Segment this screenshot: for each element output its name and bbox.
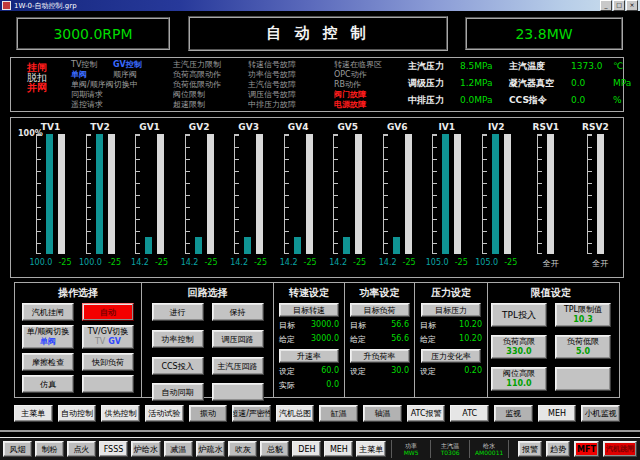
operation-select-panel: 操作选择 汽机挂闸 自动 单/顺阀切换 单阀 TV/GV切换 TVGV 摩擦检查… — [15, 283, 142, 397]
taskbar-sootblow[interactable]: 吹灰 — [228, 441, 257, 457]
valve-bar-slot — [244, 134, 251, 254]
run-button[interactable]: 进行 — [152, 303, 204, 321]
mft-button[interactable]: MFT — [574, 441, 599, 457]
blank-button[interactable] — [555, 367, 611, 391]
reference-bar — [207, 134, 214, 254]
load-rate-button[interactable]: 升负荷率 — [350, 349, 410, 363]
turbine-trip-button[interactable]: 汽机跳闸 — [603, 441, 637, 457]
reference-bar — [306, 134, 313, 254]
taskbar-overview[interactable]: 总貌 — [260, 441, 289, 457]
target-pressure-button[interactable]: 目标压力 — [421, 303, 481, 317]
auto-mode-button[interactable]: 自动 — [82, 303, 134, 321]
valve-position-bar — [145, 237, 152, 254]
nav-meh[interactable]: MEH — [538, 405, 577, 422]
blank-button[interactable] — [82, 375, 134, 393]
target-load-button[interactable]: 目标负荷 — [350, 303, 410, 317]
tv-gv-switch-button[interactable]: TV/GV切换 TVGV — [82, 325, 134, 349]
taskbar-ignition[interactable]: 点火 — [67, 441, 96, 457]
valve-channel-rsv2: RSV2 全开 — [572, 120, 619, 269]
taskbar-fsss[interactable]: FSSS — [99, 441, 128, 457]
rate-set-label: 设定 — [279, 366, 295, 377]
nav-vibration[interactable]: 振动 — [189, 405, 228, 422]
friction-check-button[interactable]: 摩擦检查 — [22, 353, 74, 371]
ccs-engage-button[interactable]: CCS投入 — [152, 357, 204, 375]
readout-value: MW5 — [404, 449, 419, 456]
status-sync-request: 同期请求 — [71, 90, 142, 100]
load-high-limit-value: 330.0 — [506, 347, 531, 357]
nav-shaft-temp[interactable]: 轴温 — [363, 405, 402, 422]
setpoint-label: 给定 — [420, 334, 436, 345]
valve-high-limit-button[interactable]: 阀位高限 110.0 — [491, 367, 547, 391]
screen-nav-bar: 主菜单 自动控制 供热控制 活动试验 振动 超速/严密性 汽机总图 缸温 轴温 … — [14, 405, 620, 422]
scale-ticks — [587, 134, 592, 254]
panel-title: 操作选择 — [15, 286, 141, 299]
simulation-button[interactable]: 仿真 — [22, 375, 74, 393]
main-steam-pressure-loop-button[interactable]: 主汽压回路 — [212, 357, 264, 375]
taskbar-boiler-drain[interactable]: 炉疏水 — [196, 441, 226, 457]
speed-rate-button[interactable]: 升速率 — [279, 349, 339, 363]
nav-atc[interactable]: ATC — [450, 405, 489, 422]
nav-turbine-overview[interactable]: 汽机总图 — [276, 405, 315, 422]
valve-label: GV3 — [238, 122, 259, 133]
valve-label: RSV2 — [582, 122, 609, 133]
load-low-limit-button[interactable]: 负荷低限 5.0 — [555, 335, 611, 359]
pressure-label: 主汽压力 — [408, 61, 460, 71]
close-icon[interactable]: × — [626, 0, 638, 11]
status-remote-request: 遥控请求 — [71, 100, 142, 110]
auto-sync-button[interactable]: 自动同期 — [152, 383, 204, 401]
load-high-limit-button[interactable]: 负荷高限 330.0 — [491, 335, 547, 359]
setpoint-label: 给定 — [279, 334, 295, 345]
taskbar-desuperheat[interactable]: 减温 — [164, 441, 193, 457]
nav-auto-control[interactable]: 自动控制 — [58, 405, 97, 422]
power-readout: 功率 MW5 — [391, 440, 430, 458]
window-title: 1W-0-自动控制.grp — [14, 2, 77, 10]
blank-button[interactable] — [212, 383, 264, 401]
taskbar-air-flue[interactable]: 风烟 — [3, 441, 32, 457]
status-gv-control: GV控制 — [113, 60, 142, 69]
mode-status-column: TV控制GV控制 单阀顺序阀 单阀/顺序阀切换中 同期请求 遥控请求 — [71, 60, 142, 110]
taskbar-main-menu[interactable]: 主菜单 — [356, 441, 386, 457]
nav-cylinder-temp[interactable]: 缸温 — [319, 405, 358, 422]
nav-atc-alarm[interactable]: ATC报警 — [407, 405, 446, 422]
nav-heating-control[interactable]: 供热控制 — [101, 405, 140, 422]
power-control-button[interactable]: 功率控制 — [152, 330, 204, 348]
nav-activity-test[interactable]: 活动试验 — [145, 405, 184, 422]
valve-aux-value: -25 — [353, 258, 366, 267]
nav-overspeed-tightness[interactable]: 超速/严密性 — [232, 405, 271, 422]
valve-position-value: 100.0 — [30, 258, 53, 267]
nav-main-menu[interactable]: 主菜单 — [14, 405, 53, 422]
alarm-button[interactable]: 报警 — [518, 441, 542, 457]
valve-bargraph-panel: 100% TV1 100.0-25 TV2 100.0-25 GV1 14.2-… — [10, 117, 624, 278]
pressure-rate-button[interactable]: 压力变化率 — [421, 349, 481, 363]
tpl-engage-button[interactable]: TPL投入 — [491, 303, 547, 327]
valve-bar-slot — [145, 134, 152, 254]
maximize-icon[interactable]: □ — [613, 0, 625, 11]
taskbar-deh[interactable]: DEH — [292, 441, 321, 457]
turbine-latch-button[interactable]: 汽机挂闸 — [22, 303, 74, 321]
valve-position-value: 14.2 — [230, 258, 248, 267]
alarm-button-group: 报警 趋势 MFT 汽机跳闸 — [518, 441, 637, 457]
trend-button[interactable]: 趋势 — [546, 441, 570, 457]
valve-bar-slot — [46, 134, 53, 254]
tpl-limit-button[interactable]: TPL限制值 10.3 — [555, 303, 611, 327]
target-speed-button[interactable]: 目标转速 — [279, 303, 339, 317]
taskbar-meh[interactable]: MEH — [324, 441, 353, 457]
reference-bar-slot — [207, 134, 214, 254]
pressure-rate-value: 0.20 — [464, 366, 482, 377]
minimize-icon[interactable]: _ — [600, 0, 612, 11]
fast-unload-button[interactable]: 快卸负荷 — [82, 353, 134, 371]
valve-bar-slot — [294, 134, 301, 254]
valve-mode-switch-button[interactable]: 单/顺阀切换 单阀 — [22, 325, 74, 349]
taskbar-readouts: 功率 MW5 主汽温 T0306 给水 AM00011 — [391, 440, 509, 458]
status-grid-sync: 并网 — [27, 81, 47, 91]
target-pressure-value: 10.20 — [459, 320, 482, 331]
taskbar-pulverizing[interactable]: 制粉 — [35, 441, 64, 457]
setpoint-label: 给定 — [350, 334, 366, 345]
nav-monitor[interactable]: 监视 — [494, 405, 533, 422]
reference-bar — [547, 134, 554, 254]
taskbar-feedwater[interactable]: 炉给水 — [131, 441, 161, 457]
hold-button[interactable]: 保持 — [212, 303, 264, 321]
pressure-loop-button[interactable]: 调压回路 — [212, 330, 264, 348]
valve-channel-gv3: GV3 14.2-25 — [225, 120, 272, 269]
nav-aux-turbine-monitor[interactable]: 小机监视 — [581, 405, 620, 422]
